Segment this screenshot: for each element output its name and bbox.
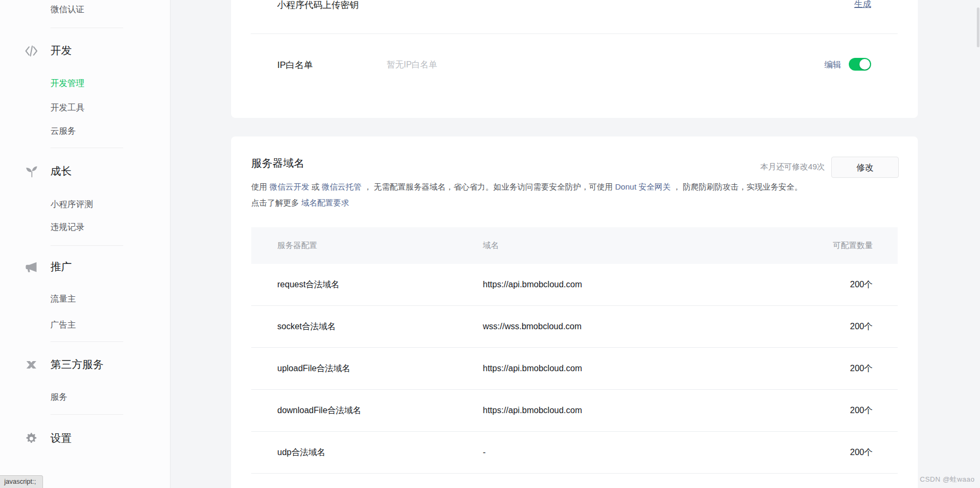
quota-cell: 200个 bbox=[770, 405, 898, 416]
domain-cell: wss://wss.bmobcloud.com bbox=[483, 322, 770, 331]
upload-key-label: 小程序代码上传密钥 bbox=[277, 0, 359, 11]
table-row: request合法域名 https://api.bmobcloud.com 20… bbox=[251, 264, 898, 306]
sidebar-item-dev-management[interactable]: 开发管理 bbox=[50, 78, 84, 89]
ip-whitelist-placeholder: 暂无IP白名单 bbox=[387, 59, 437, 71]
col-header-quota: 可配置数量 bbox=[770, 241, 898, 251]
sidebar-section-settings[interactable]: 设置 bbox=[50, 431, 72, 446]
domain-table: 服务器配置 域名 可配置数量 request合法域名 https://api.b… bbox=[251, 227, 898, 474]
domain-cell: - bbox=[483, 448, 770, 457]
ip-whitelist-label: IP白名单 bbox=[277, 59, 313, 71]
modify-button[interactable]: 修改 bbox=[831, 157, 899, 178]
sidebar-section-develop[interactable]: 开发 bbox=[50, 43, 72, 58]
upload-key-card: 小程序代码上传密钥 生成 IP白名单 暂无IP白名单 编辑 bbox=[231, 0, 918, 118]
table-row: uploadFile合法域名 https://api.bmobcloud.com… bbox=[251, 348, 898, 390]
domain-cell: https://api.bmobcloud.com bbox=[483, 406, 770, 415]
config-cell: udp合法域名 bbox=[251, 447, 483, 458]
desc-text: 使用 bbox=[251, 182, 269, 191]
config-cell: request合法域名 bbox=[251, 279, 483, 290]
sidebar-item-advertiser[interactable]: 广告主 bbox=[50, 319, 76, 331]
sidebar-divider bbox=[50, 148, 123, 148]
scrollbar-thumb[interactable] bbox=[977, 7, 979, 47]
sidebar-divider bbox=[50, 341, 123, 342]
table-header-row: 服务器配置 域名 可配置数量 bbox=[251, 227, 898, 264]
sidebar-divider bbox=[50, 245, 123, 246]
config-cell: socket合法域名 bbox=[251, 321, 483, 332]
card-divider bbox=[251, 33, 898, 34]
sidebar-item-traffic-owner[interactable]: 流量主 bbox=[50, 293, 76, 305]
sidebar-item-wechat-verify[interactable]: 微信认证 bbox=[50, 4, 84, 15]
link-status-tooltip: javascript:; bbox=[0, 475, 43, 488]
csdn-watermark: CSDN @蛙waao bbox=[920, 475, 975, 484]
sidebar: 微信认证 开发 开发管理 开发工具 云服务 成长 小程序评测 违规记录 推广 流… bbox=[0, 0, 171, 488]
config-cell: downloadFile合法域名 bbox=[251, 405, 483, 416]
third-party-icon bbox=[24, 358, 38, 372]
desc-text: ， 防爬防刷防攻击，实现业务安全。 bbox=[670, 182, 802, 191]
code-icon bbox=[24, 44, 38, 58]
quota-cell: 200个 bbox=[770, 321, 898, 332]
generate-key-link[interactable]: 生成 bbox=[854, 0, 871, 9]
description-line-2: 点击了解更多 域名配置要求 bbox=[251, 195, 910, 211]
server-domain-card: 服务器域名 本月还可修改49次 修改 使用 微信云开发 或 微信云托管 ， 无需… bbox=[231, 136, 918, 488]
sidebar-divider bbox=[50, 28, 123, 28]
sidebar-section-promotion[interactable]: 推广 bbox=[50, 259, 72, 274]
gear-icon bbox=[24, 432, 38, 446]
domain-config-requirements-link[interactable]: 域名配置要求 bbox=[301, 198, 349, 207]
ip-whitelist-edit-link[interactable]: 编辑 bbox=[824, 59, 841, 70]
table-row: socket合法域名 wss://wss.bmobcloud.com 200个 bbox=[251, 306, 898, 348]
sidebar-section-third-party[interactable]: 第三方服务 bbox=[50, 357, 104, 372]
page-title: 服务器域名 bbox=[251, 156, 304, 170]
toggle-knob bbox=[859, 59, 870, 70]
quota-cell: 200个 bbox=[770, 363, 898, 374]
table-row: udp合法域名 - 200个 bbox=[251, 432, 898, 474]
domain-cell: https://api.bmobcloud.com bbox=[483, 280, 770, 289]
config-cell: uploadFile合法域名 bbox=[251, 363, 483, 374]
sidebar-divider bbox=[50, 414, 123, 415]
col-header-server-config: 服务器配置 bbox=[251, 241, 483, 251]
sidebar-section-growth[interactable]: 成长 bbox=[50, 164, 72, 178]
modify-quota-text: 本月还可修改49次 bbox=[760, 161, 825, 172]
sidebar-item-cloud-service[interactable]: 云服务 bbox=[50, 125, 76, 137]
cloud-dev-link[interactable]: 微信云开发 bbox=[269, 182, 309, 191]
quota-cell: 200个 bbox=[770, 279, 898, 290]
domain-cell: https://api.bmobcloud.com bbox=[483, 364, 770, 373]
col-header-domain: 域名 bbox=[483, 241, 770, 251]
description-line-1: 使用 微信云开发 或 微信云托管 ， 无需配置服务器域名，省心省力。如业务访问需… bbox=[251, 179, 910, 195]
table-row: downloadFile合法域名 https://api.bmobcloud.c… bbox=[251, 390, 898, 432]
donut-gateway-link[interactable]: Donut 安全网关 bbox=[615, 182, 670, 191]
desc-text: ， 无需配置服务器域名，省心省力。如业务访问需要安全防护，可使用 bbox=[362, 182, 616, 191]
sprout-icon bbox=[24, 165, 38, 178]
domain-description: 使用 微信云开发 或 微信云托管 ， 无需配置服务器域名，省心省力。如业务访问需… bbox=[251, 179, 910, 211]
sidebar-item-services[interactable]: 服务 bbox=[50, 391, 67, 403]
megaphone-icon bbox=[24, 260, 38, 274]
desc-text: 点击了解更多 bbox=[251, 198, 301, 207]
sidebar-item-dev-tools[interactable]: 开发工具 bbox=[50, 102, 84, 114]
ip-whitelist-toggle[interactable] bbox=[849, 58, 871, 71]
quota-cell: 200个 bbox=[770, 447, 898, 458]
sidebar-item-violation-records[interactable]: 违规记录 bbox=[50, 221, 84, 233]
desc-text: 或 bbox=[309, 182, 321, 191]
sidebar-item-miniapp-evaluation[interactable]: 小程序评测 bbox=[50, 199, 93, 210]
cloud-hosting-link[interactable]: 微信云托管 bbox=[322, 182, 362, 191]
